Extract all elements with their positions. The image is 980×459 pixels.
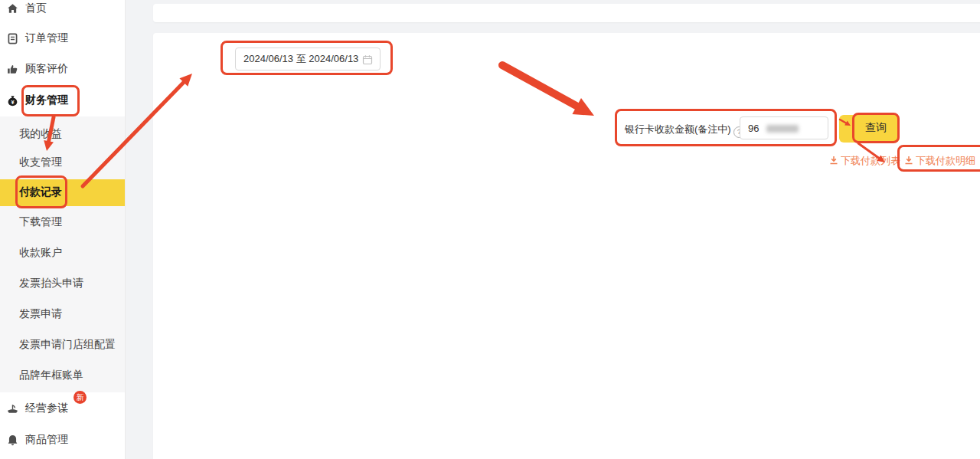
- home-icon: [6, 2, 19, 15]
- content-card: [153, 33, 980, 459]
- sidebar-item-bottom-0[interactable]: 经营参谋新: [0, 398, 125, 419]
- sidebar-subitem-6[interactable]: 发票申请: [0, 303, 125, 325]
- bank-amount-value: 96: [748, 123, 759, 134]
- query-button[interactable]: 查询: [852, 113, 900, 143]
- review-icon: [6, 63, 19, 76]
- redacted-value: [766, 125, 799, 133]
- download-icon: [904, 156, 913, 167]
- sidebar-subitem-3[interactable]: 下载管理: [0, 211, 125, 233]
- sidebar-subitem-5[interactable]: 发票抬头申请: [0, 273, 125, 294]
- download-icon: [829, 156, 838, 167]
- sidebar-item-3[interactable]: ¥财务管理: [0, 90, 125, 111]
- sidebar-item-bottom-1[interactable]: 商品管理: [0, 429, 125, 451]
- download-payment-detail-link[interactable]: 下载付款明细: [904, 154, 975, 168]
- sidebar-item-2[interactable]: 顾客评价: [0, 58, 125, 80]
- date-range-value: 2024/06/13 至 2024/06/13: [243, 52, 358, 66]
- sidebar-item-1[interactable]: 订单管理: [0, 28, 125, 49]
- new-badge: 新: [74, 391, 87, 404]
- bank-amount-label: 银行卡收款金额(备注中)?:: [625, 123, 748, 138]
- order-icon: [6, 32, 19, 45]
- finance-icon: ¥: [6, 94, 19, 107]
- sidebar-subitem-1[interactable]: 收支管理: [0, 152, 125, 173]
- date-range-input[interactable]: 2024/06/13 至 2024/06/13: [235, 48, 381, 70]
- sidebar: 首页订单管理顾客评价¥财务管理我的收益收支管理付款记录下载管理收款账户发票抬头申…: [0, 0, 126, 459]
- calendar-icon: [362, 54, 373, 67]
- download-payment-list-link[interactable]: 下载付款列表: [829, 154, 900, 168]
- sidebar-subitem-4[interactable]: 收款账户: [0, 242, 125, 264]
- sidebar-subitem-7[interactable]: 发票申请门店组配置: [0, 334, 125, 356]
- sidebar-item-0[interactable]: 首页: [0, 0, 125, 19]
- breadcrumb-bar: [153, 4, 980, 22]
- payment-records-page: 首页订单管理顾客评价¥财务管理我的收益收支管理付款记录下载管理收款账户发票抬头申…: [0, 0, 980, 459]
- download-detail-label: 下载付款明细: [916, 154, 975, 168]
- goods-icon: [6, 434, 19, 447]
- download-list-label: 下载付款列表: [841, 154, 900, 168]
- bank-amount-input[interactable]: 96: [740, 116, 828, 139]
- advisor-icon: [6, 402, 19, 415]
- sidebar-subitem-8[interactable]: 品牌年框账单: [0, 365, 125, 386]
- sidebar-subitem-2[interactable]: 付款记录: [0, 182, 125, 203]
- sidebar-subitem-0[interactable]: 我的收益: [0, 123, 125, 145]
